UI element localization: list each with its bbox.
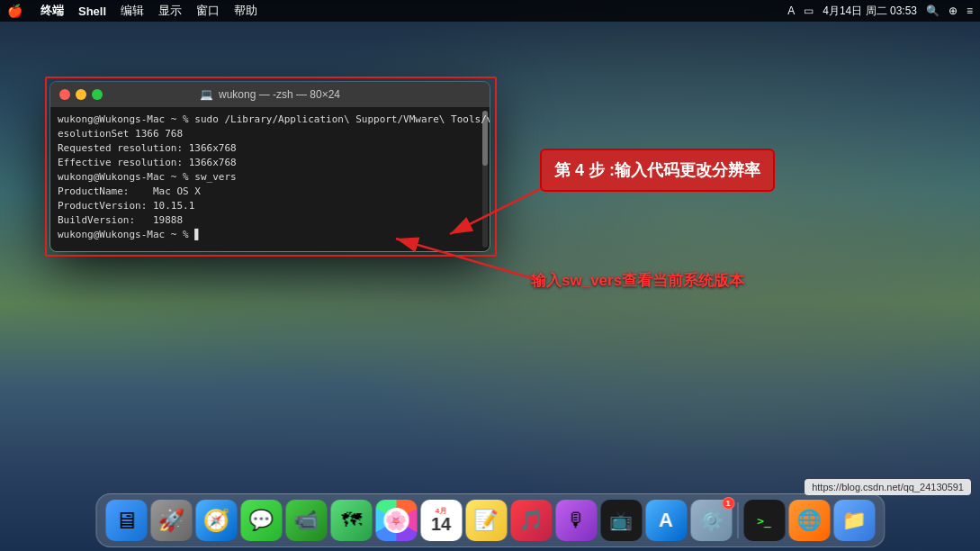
maps-icon: 🗺 xyxy=(341,509,361,532)
podcasts-icon: 🎙 xyxy=(566,509,586,532)
terminal-titlebar: 💻 wukong — -zsh — 80×24 xyxy=(50,82,490,107)
dock-item-messages[interactable]: 💬 xyxy=(240,500,282,541)
menubar-left: 🍎 终端 Shell 编辑 显示 窗口 帮助 xyxy=(7,3,257,19)
input-method-indicator[interactable]: A xyxy=(787,5,795,17)
menubar-edit[interactable]: 编辑 xyxy=(121,3,144,19)
photos-icon: 🌸 xyxy=(383,508,409,533)
control-center-icon[interactable]: ≡ xyxy=(967,5,973,17)
files-icon: 📁 xyxy=(842,509,867,532)
terminal-minimize-button[interactable] xyxy=(76,89,86,100)
dock-item-music[interactable]: 🎵 xyxy=(510,500,552,541)
sysprefs-icon: ⚙️ xyxy=(699,509,724,532)
dock-item-notes[interactable]: 📝 xyxy=(465,500,507,541)
appstore-icon: A xyxy=(659,509,673,532)
terminal-icon: >_ xyxy=(757,514,771,528)
dock-item-sysprefs[interactable]: ⚙️ 1 xyxy=(690,500,732,541)
terminal-output: wukong@Wukongs-Mac ~ % sudo /Library/App… xyxy=(58,113,482,241)
dock-item-maps[interactable]: 🗺 xyxy=(330,500,372,541)
dock-item-safari[interactable]: 🧭 xyxy=(195,500,237,541)
menubar-window[interactable]: 窗口 xyxy=(196,3,220,19)
terminal-scrollbar-thumb xyxy=(482,111,488,166)
url-text: https://blog.csdn.net/qq_24130591 xyxy=(812,482,964,492)
menubar-right: A ▭ 4月14日 周二 03:53 🔍 ⊕ ≡ xyxy=(787,4,973,19)
menubar-view[interactable]: 显示 xyxy=(158,3,182,19)
terminal-title: 💻 wukong — -zsh — 80×24 xyxy=(200,88,340,101)
dock-item-appletv[interactable]: 📺 xyxy=(600,500,642,541)
dock-item-finder[interactable]: 🖥 xyxy=(105,500,147,541)
facetime-icon: 📹 xyxy=(294,509,319,532)
appletv-icon: 📺 xyxy=(610,510,633,531)
music-icon: 🎵 xyxy=(519,509,544,532)
datetime-display: 4月14日 周二 03:53 xyxy=(823,4,917,19)
desktop: 🍎 终端 Shell 编辑 显示 窗口 帮助 A ▭ 4月14日 周二 03:5… xyxy=(0,0,980,551)
launchpad-icon: 🚀 xyxy=(157,508,184,533)
dock-item-photos[interactable]: 🌸 xyxy=(375,500,417,541)
finder-icon: 🖥 xyxy=(114,507,138,535)
dock-item-terminal[interactable]: >_ xyxy=(743,500,785,541)
url-bar: https://blog.csdn.net/qq_24130591 xyxy=(805,479,971,495)
terminal-window-controls[interactable] xyxy=(59,89,103,100)
airplay-icon[interactable]: ▭ xyxy=(804,5,814,17)
siri-icon[interactable]: ⊕ xyxy=(949,5,958,17)
terminal-title-icon: 💻 xyxy=(200,88,213,101)
menubar-terminal[interactable]: 终端 xyxy=(40,3,64,19)
dock: 🖥 🚀 🧭 💬 📹 🗺 🌸 4月 14 xyxy=(95,493,885,547)
dock-item-calendar[interactable]: 4月 14 xyxy=(420,500,462,541)
terminal-title-text: wukong — -zsh — 80×24 xyxy=(219,88,340,101)
dock-item-launchpad[interactable]: 🚀 xyxy=(150,500,192,541)
dock-item-facetime[interactable]: 📹 xyxy=(285,500,327,541)
dock-item-browser[interactable]: 🌐 xyxy=(788,500,830,541)
dock-item-appstore[interactable]: A xyxy=(645,500,687,541)
menubar-help[interactable]: 帮助 xyxy=(234,3,257,19)
terminal-close-button[interactable] xyxy=(59,89,70,100)
dock-item-files[interactable]: 📁 xyxy=(833,500,875,541)
dock-separator xyxy=(737,502,738,538)
menubar-shell[interactable]: Shell xyxy=(78,5,106,18)
dock-item-podcasts[interactable]: 🎙 xyxy=(555,500,597,541)
search-icon[interactable]: 🔍 xyxy=(926,5,940,17)
menubar: 🍎 终端 Shell 编辑 显示 窗口 帮助 A ▭ 4月14日 周二 03:5… xyxy=(0,0,980,22)
browser-icon: 🌐 xyxy=(797,509,822,532)
terminal-body[interactable]: wukong@Wukongs-Mac ~ % sudo /Library/App… xyxy=(50,107,490,251)
notes-icon: 📝 xyxy=(474,509,499,532)
terminal-window[interactable]: 💻 wukong — -zsh — 80×24 wukong@Wukongs-M… xyxy=(49,81,490,252)
terminal-maximize-button[interactable] xyxy=(92,89,103,100)
sysprefs-badge: 1 xyxy=(722,497,734,510)
apple-menu[interactable]: 🍎 xyxy=(7,4,22,18)
messages-icon: 💬 xyxy=(249,509,274,532)
calendar-day: 14 xyxy=(431,515,451,533)
terminal-scrollbar[interactable] xyxy=(482,111,488,248)
safari-icon: 🧭 xyxy=(202,508,229,533)
